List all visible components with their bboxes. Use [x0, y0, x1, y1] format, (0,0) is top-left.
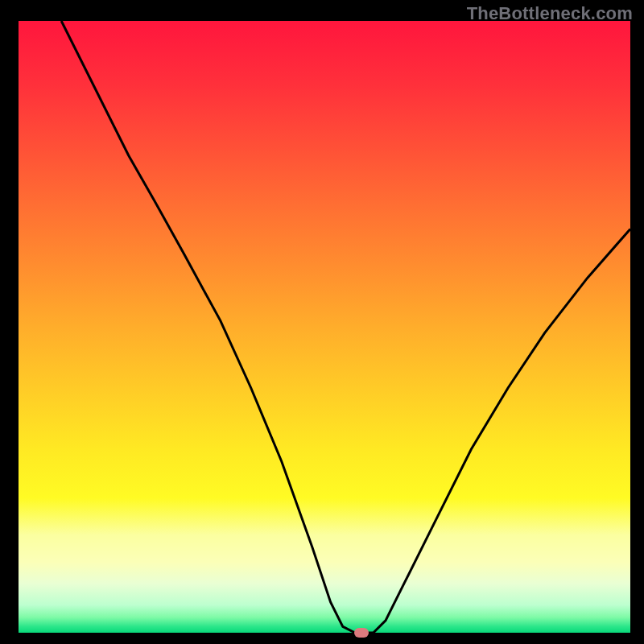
bottleneck-chart — [0, 0, 644, 644]
chart-frame: TheBottleneck.com — [0, 0, 644, 644]
optimal-point-marker — [354, 628, 369, 638]
watermark-text: TheBottleneck.com — [467, 3, 633, 24]
plot-background — [19, 21, 630, 633]
